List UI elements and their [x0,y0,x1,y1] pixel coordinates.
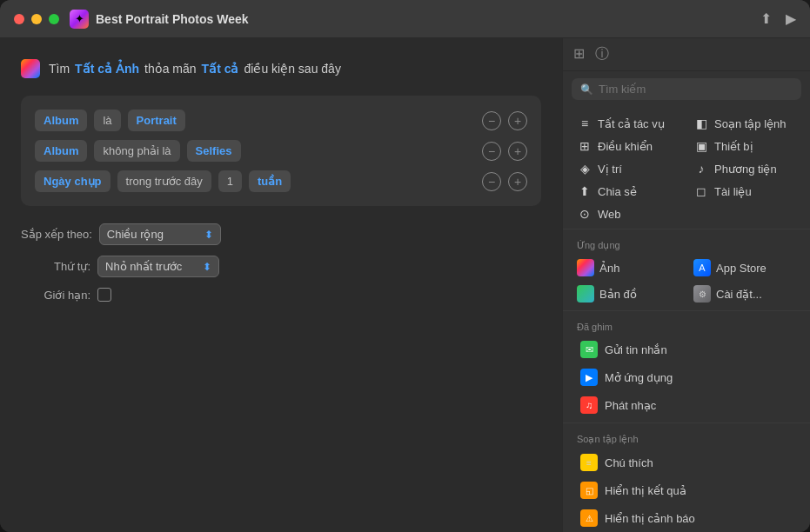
condition-op-2[interactable]: không phải là [94,140,179,162]
sidebar-item-control[interactable]: ⊞ Điều khiển [570,135,686,157]
condition-remove-1[interactable]: − [482,111,501,130]
location-label: Vị trí [598,163,622,176]
play-music-label: Phát nhạc [605,399,656,412]
media-icon: ♪ [693,162,709,176]
limit-checkbox[interactable] [97,288,111,302]
sidebar-item-appstore[interactable]: A App Store [686,255,803,281]
sidebar-item-photos[interactable]: Ảnh [570,255,686,281]
condition-op-3[interactable]: trong trước đây [117,170,211,192]
sort-order-select[interactable]: Nhỏ nhất trước ⬍ [97,256,219,277]
find-label: Tìm [49,62,70,76]
condition-unit-3[interactable]: tuần [249,170,291,192]
sidebar-item-documents[interactable]: ◻ Tài liệu [686,180,803,203]
divider-1 [563,229,810,229]
right-sidebar: ⊞ ⓘ 🔍 ≡ Tất cả tác vụ ◧ [562,38,810,532]
condition-field-3[interactable]: Ngày chụp [35,170,110,192]
play-music-icon: ♫ [580,396,598,414]
condition-add-1[interactable]: + [508,111,527,130]
main-content: Tìm Tất cả Ảnh thỏa mãn Tất cả điều kiện… [0,38,810,532]
sort-by-chevron: ⬍ [204,229,213,241]
settings-app-icon: ⚙ [693,285,711,303]
sidebar-item-show-result[interactable]: ◱ Hiển thị kết quả [566,476,807,504]
condition-row: Album là Portrait − + [35,110,527,131]
close-button[interactable] [14,14,24,24]
web-label: Web [598,208,621,221]
sort-section: Sắp xếp theo: Chiều rộng ⬍ Thứ tự: Nhỏ n… [21,223,541,302]
documents-icon: ◻ [693,184,709,198]
sidebar-item-sharing[interactable]: ⬆ Chia sẻ [570,180,686,203]
minimize-button[interactable] [31,14,42,24]
sidebar-item-devices[interactable]: ▣ Thiết bị [686,135,803,157]
actions-grid: ≡ Tất cả tác vụ ◧ Soạn tập lệnh ⊞ Điều k… [563,112,810,225]
sidebar-add-icon[interactable]: ⊞ [573,45,585,63]
location-icon: ◈ [577,162,592,176]
sidebar-item-send-message[interactable]: ✉ Gửi tin nhắn [566,336,807,363]
show-result-icon: ◱ [580,482,598,499]
search-area: 🔍 [563,71,810,105]
sidebar-content: ≡ Tất cả tác vụ ◧ Soạn tập lệnh ⊞ Điều k… [563,105,810,532]
show-result-label: Hiển thị kết quả [605,484,686,497]
sidebar-info-icon[interactable]: ⓘ [595,45,609,63]
comment-icon: ≡ [580,454,598,471]
sidebar-item-web[interactable]: ⊙ Web [570,203,686,225]
sidebar-item-open-app[interactable]: ▶ Mở ứng dụng [566,363,807,391]
fullscreen-button[interactable] [49,14,59,24]
devices-icon: ▣ [693,139,709,153]
all-photos-link[interactable]: Tất cả Ảnh [75,62,139,76]
apps-grid: Ảnh A App Store Bản đồ ⚙ Cài đặt... [563,255,810,307]
condition-val-2[interactable]: Selfies [187,140,241,162]
apps-section-label: Ứng dụng [563,233,810,255]
share-button[interactable]: ⬆ [760,10,772,27]
all-actions-icon: ≡ [577,116,592,130]
sidebar-header: ⊞ ⓘ [563,38,810,71]
comment-label: Chú thích [605,456,653,469]
sidebar-item-settings[interactable]: ⚙ Cài đặt... [686,281,803,307]
sort-by-label: Sắp xếp theo: [21,228,92,241]
send-message-icon: ✉ [580,341,598,358]
limit-row: Giới hạn: [21,288,541,302]
all-actions-label: Tất cả tác vụ [598,117,665,130]
open-app-icon: ▶ [580,369,598,386]
photos-app-label: Ảnh [599,262,619,275]
scripting-section-label: Soạn tập lệnh [563,427,810,449]
search-input[interactable] [599,83,793,96]
window-title: Best Portrait Photos Week [96,12,760,26]
condition-val-1[interactable]: Portrait [128,110,185,131]
sort-by-row: Sắp xếp theo: Chiều rộng ⬍ [21,223,541,245]
sidebar-item-show-alert[interactable]: ⚠ Hiển thị cảnh báo [566,504,807,532]
all-link[interactable]: Tất cả [202,62,239,76]
condition-op-1[interactable]: là [94,110,120,131]
sidebar-item-media[interactable]: ♪ Phương tiện [686,157,803,180]
sidebar-item-maps[interactable]: Bản đồ [570,281,686,307]
maps-app-label: Bản đồ [599,288,637,301]
sidebar-item-comment[interactable]: ≡ Chú thích [566,449,807,476]
photos-icon [21,59,40,78]
sort-order-label: Thứ tự: [21,260,90,273]
condition-add-3[interactable]: + [508,172,527,191]
condition-field-1[interactable]: Album [35,110,87,131]
settings-app-label: Cài đặt... [716,288,762,301]
main-window: ✦ Best Portrait Photos Week ⬆ ▶ Tìm Tất … [0,0,810,532]
documents-label: Tài liệu [714,185,752,198]
show-alert-icon: ⚠ [580,509,598,527]
sidebar-item-scripting[interactable]: ◧ Soạn tập lệnh [686,112,803,135]
app-icon: ✦ [70,10,89,29]
condition-row: Album không phải là Selfies − + [35,140,527,162]
sidebar-item-all-actions[interactable]: ≡ Tất cả tác vụ [570,112,686,135]
sidebar-item-location[interactable]: ◈ Vị trí [570,157,686,180]
conditions-label: điều kiện sau đây [244,62,340,76]
condition-num-3[interactable]: 1 [218,170,242,192]
find-row: Tìm Tất cả Ảnh thỏa mãn Tất cả điều kiện… [21,59,541,78]
condition-remove-2[interactable]: − [482,142,501,161]
play-button[interactable]: ▶ [786,10,796,27]
traffic-lights [14,14,59,24]
sidebar-item-play-music[interactable]: ♫ Phát nhạc [566,391,807,419]
limit-label: Giới hạn: [21,289,90,302]
condition-add-2[interactable]: + [508,142,527,161]
search-icon: 🔍 [580,83,593,96]
sort-order-row: Thứ tự: Nhỏ nhất trước ⬍ [21,256,541,277]
condition-remove-3[interactable]: − [482,172,501,191]
show-alert-label: Hiển thị cảnh báo [605,512,695,525]
condition-field-2[interactable]: Album [35,140,87,162]
sort-by-select[interactable]: Chiều rộng ⬍ [99,223,221,245]
